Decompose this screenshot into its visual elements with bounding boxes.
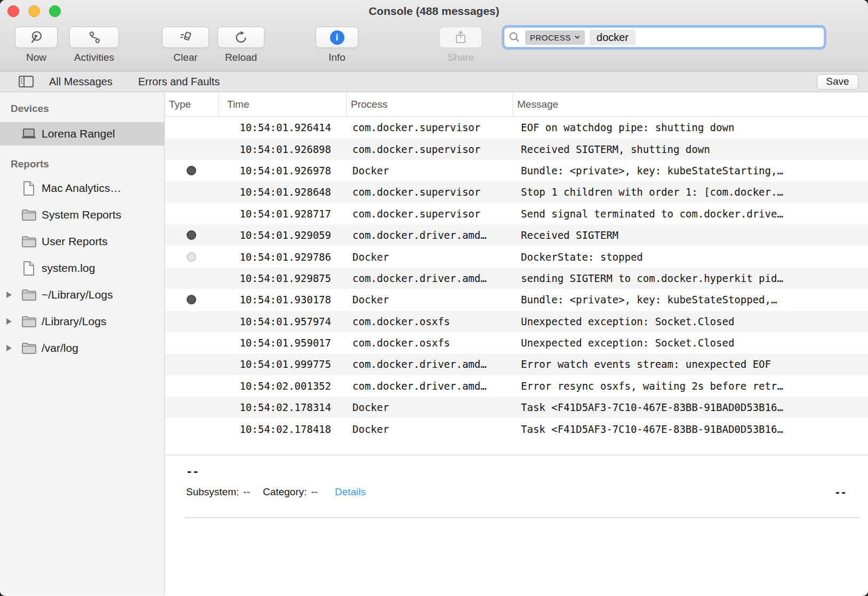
log-level-dot-icon: [187, 252, 196, 262]
log-time-cell: 10:54:01.928717: [218, 208, 346, 220]
sidebar-section-title-devices: Devices: [0, 102, 164, 116]
log-process-cell: com.docker.driver.amd…: [346, 229, 512, 241]
sidebar-item-var-log[interactable]: /var/log: [0, 335, 164, 361]
console-window: Console (488 messages) Now Activities: [0, 0, 868, 596]
log-message-cell: Bundle: <private>, key: kubeStateStopped…: [512, 294, 868, 305]
sidebar-sections: Devices Lorena Rangel Reports Mac Analyt…: [0, 102, 164, 361]
log-time-cell: 10:54:01.930178: [218, 294, 346, 305]
column-header-time[interactable]: Time: [218, 92, 346, 116]
log-row[interactable]: 10:54:01.959017 com.docker.osxfs Unexpec…: [165, 332, 868, 353]
disclosure-triangle-icon[interactable]: [6, 292, 18, 298]
log-row[interactable]: 10:54:01.928648 com.docker.supervisor St…: [165, 181, 868, 203]
search-input[interactable]: docker: [590, 30, 636, 45]
sidebar-item-label: ~/Library/Logs: [42, 288, 113, 301]
log-row[interactable]: 10:54:01.929786 Docker DockerState: stop…: [165, 246, 868, 267]
detail-meta-row: Subsystem: -- Category: -- Details --: [186, 486, 847, 498]
clear-button[interactable]: [162, 27, 209, 48]
subsystem-label: Subsystem:: [186, 486, 239, 498]
log-process-cell: Docker: [346, 401, 512, 413]
log-process-cell: com.docker.driver.amd…: [346, 272, 512, 284]
log-row[interactable]: 10:54:02.001352 com.docker.driver.amd… E…: [165, 375, 868, 397]
log-time-cell: 10:54:01.926978: [218, 165, 346, 176]
log-time-cell: 10:54:01.959017: [218, 337, 346, 349]
info-icon: i: [330, 30, 344, 45]
log-row[interactable]: 10:54:01.926898 com.docker.supervisor Re…: [165, 138, 868, 159]
sidebar-item-label: /Library/Logs: [42, 315, 106, 328]
column-header-process[interactable]: Process: [346, 92, 512, 116]
save-button[interactable]: Save: [817, 74, 858, 90]
info-button[interactable]: i: [316, 27, 358, 48]
log-message-cell: Unexpected exception: Socket.Closed: [512, 316, 868, 327]
clear-label: Clear: [162, 52, 209, 63]
now-button[interactable]: [15, 27, 58, 48]
details-link[interactable]: Details: [335, 486, 366, 498]
sidebar-item-mac-analytics[interactable]: Mac Analytics…: [0, 175, 164, 202]
jump-to-now-icon: [29, 30, 43, 44]
search-field[interactable]: PROCESS docker: [504, 27, 824, 47]
laptop-icon: [18, 127, 39, 140]
document-icon: [18, 261, 39, 276]
log-row[interactable]: 10:54:02.178314 Docker Task <F41D5AF3-7C…: [165, 397, 868, 418]
log-row[interactable]: 10:54:02.178418 Docker Task <F41D5AF3-7C…: [165, 418, 868, 439]
log-level-dot-icon: [187, 166, 196, 175]
share-label: Share: [439, 52, 482, 63]
tab-errors-and-faults[interactable]: Errors and Faults: [138, 76, 220, 88]
category-value: --: [311, 486, 318, 498]
log-table-pane: Type Time Process Message 10:54:01.92641…: [165, 92, 868, 595]
log-message-cell: Task <F41D5AF3-7C10-467E-83BB-91BAD0D53B…: [512, 401, 868, 413]
disclosure-triangle-icon[interactable]: [6, 345, 18, 351]
sidebar-toggle-icon[interactable]: [18, 75, 34, 88]
sidebar-item-label: system.log: [42, 262, 95, 275]
chevron-down-icon: [574, 35, 580, 39]
tab-all-messages[interactable]: All Messages: [49, 76, 112, 88]
log-type-cell: [165, 166, 218, 175]
sidebar-section-title-reports: Reports: [0, 157, 164, 171]
log-type-cell: [165, 295, 218, 304]
log-row[interactable]: 10:54:01.928717 com.docker.supervisor Se…: [165, 203, 868, 224]
sidebar-item-system-log[interactable]: system.log: [0, 255, 164, 281]
sidebar-item-library-logs[interactable]: /Library/Logs: [0, 308, 164, 335]
log-row[interactable]: 10:54:01.929875 com.docker.driver.amd… s…: [165, 268, 868, 289]
share-icon: [454, 30, 467, 45]
log-row[interactable]: 10:54:01.926978 Docker Bundle: <private>…: [165, 160, 868, 181]
search-filter-token[interactable]: PROCESS: [525, 30, 585, 45]
log-message-cell: DockerState: stopped: [512, 251, 868, 263]
log-process-cell: com.docker.osxfs: [346, 316, 512, 327]
detail-divider: [185, 517, 859, 518]
log-message-cell: sending SIGTERM to com.docker.hyperkit p…: [512, 272, 868, 284]
folder-icon: [18, 288, 39, 301]
log-row[interactable]: 10:54:01.957974 com.docker.osxfs Unexpec…: [165, 311, 868, 332]
sidebar-section: Devices Lorena Rangel: [0, 102, 164, 146]
log-message-cell: Task <F41D5AF3-7C10-467E-83BB-91BAD0D53B…: [512, 423, 868, 435]
column-header-message[interactable]: Message: [512, 92, 868, 116]
share-button[interactable]: [439, 27, 482, 48]
document-icon: [18, 181, 39, 196]
sidebar-item-library-logs[interactable]: ~/Library/Logs: [0, 281, 164, 308]
activities-button[interactable]: [69, 27, 119, 48]
log-row[interactable]: 10:54:01.930178 Docker Bundle: <private>…: [165, 289, 868, 310]
sidebar-item-system-reports[interactable]: System Reports: [0, 202, 164, 228]
log-level-dot-icon: [187, 295, 196, 304]
log-process-cell: Docker: [346, 294, 512, 305]
sidebar-item-user-reports[interactable]: User Reports: [0, 228, 164, 255]
log-row[interactable]: 10:54:01.999775 com.docker.driver.amd… E…: [165, 353, 868, 375]
log-row[interactable]: 10:54:01.929059 com.docker.driver.amd… R…: [165, 224, 868, 246]
log-process-cell: com.docker.osxfs: [346, 337, 512, 349]
now-label: Now: [15, 52, 58, 63]
log-message-cell: Stop 1 children with order 1: [com.docke…: [512, 186, 868, 198]
log-message-cell: EOF on watchdog pipe: shutting down: [512, 122, 868, 133]
log-row[interactable]: 10:54:01.926414 com.docker.supervisor EO…: [165, 117, 868, 138]
log-message-cell: Error resync osxfs, waiting 2s before re…: [512, 380, 868, 392]
log-time-cell: 10:54:01.957974: [218, 316, 346, 327]
column-header-type[interactable]: Type: [165, 92, 218, 116]
log-time-cell: 10:54:02.178418: [218, 423, 346, 435]
log-rows: 10:54:01.926414 com.docker.supervisor EO…: [165, 117, 868, 440]
disclosure-triangle-icon[interactable]: [6, 318, 18, 325]
reload-button[interactable]: [218, 27, 264, 48]
sidebar-item-lorena-rangel[interactable]: Lorena Rangel: [0, 122, 164, 146]
folder-icon: [18, 315, 39, 328]
log-time-cell: 10:54:02.178314: [218, 401, 346, 413]
log-time-cell: 10:54:01.926898: [218, 143, 346, 155]
detail-message-placeholder: --: [186, 465, 868, 478]
log-time-cell: 10:54:01.999775: [218, 358, 346, 370]
